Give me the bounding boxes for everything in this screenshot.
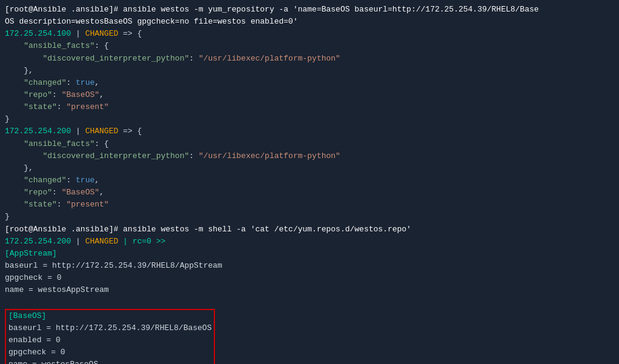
key-6: "ansible_facts"	[24, 139, 94, 148]
line-17: }	[5, 211, 614, 223]
ip-3: 172.25.254.200	[5, 237, 71, 246]
line-5: },	[5, 65, 614, 77]
line-22: gpgcheck = 0	[5, 272, 614, 284]
line-20: [AppStream]	[5, 248, 614, 260]
sep-1: |	[71, 29, 85, 38]
line-24	[5, 296, 614, 308]
val-7: "BaseOS"	[62, 188, 99, 197]
cmd-1b: OS description=westosBaseOS gpgcheck=no …	[5, 17, 298, 26]
changed-3: CHANGED	[85, 237, 119, 246]
line-13: },	[5, 162, 614, 174]
line-19: 172.25.254.200 | CHANGED | rc=0 >>	[5, 236, 614, 248]
key-9: "repo"	[24, 188, 52, 197]
line-26: baseurl = http://172.25.254.39/RHEL8/Bas…	[8, 322, 211, 334]
line-4: "discovered_interpreter_python": "/usr/l…	[5, 53, 614, 65]
line-18: [root@Ansible .ansible]# ansible westos …	[5, 223, 614, 236]
changed-2: CHANGED	[85, 127, 119, 136]
line-7: "repo": "BaseOS",	[5, 89, 614, 101]
config-gpgcheck-2: gpgcheck = 0	[8, 348, 65, 357]
config-gpgcheck-1: gpgcheck = 0	[5, 273, 62, 282]
config-baseurl-1: baseurl = http://172.25.254.39/RHEL8/App…	[5, 261, 222, 270]
line-29: name = westosBaseOS	[8, 359, 211, 364]
config-enabled: enabled = 0	[8, 336, 61, 345]
val-8: "present"	[66, 200, 108, 209]
key-7: "discovered_interpreter_python"	[42, 151, 189, 160]
val-6: true	[76, 176, 94, 185]
arrow-1: => {	[118, 29, 142, 38]
section-baseos: [BaseOS]	[8, 311, 46, 320]
section-appstream-1: [AppStream]	[5, 249, 57, 258]
rc-1: | rc=0 >>	[118, 237, 165, 246]
key-1: "ansible_facts"	[24, 41, 94, 50]
prompt-2: [root@Ansible .ansible]#	[5, 225, 123, 234]
line-9: }	[5, 113, 614, 125]
val-1: "/usr/libexec/platform-python"	[199, 54, 340, 63]
config-name-1: name = westosAppStream	[5, 285, 109, 294]
line-3: "ansible_facts": {	[5, 40, 614, 52]
ip-1: 172.25.254.100	[5, 29, 71, 38]
line-25: [BaseOS]	[8, 310, 211, 322]
cmd-1: ansible westos -m yum_repository -a 'nam…	[123, 5, 539, 14]
line-28: gpgcheck = 0	[8, 346, 211, 359]
line-16: "state": "present"	[5, 199, 614, 211]
red-box: [BaseOS] baseurl = http://172.25.254.39/…	[5, 309, 215, 364]
key-3: "changed"	[24, 78, 66, 87]
config-name-2: name = westosBaseOS	[8, 360, 98, 364]
ip-2: 172.25.254.200	[5, 127, 71, 136]
line-10: 172.25.254.200 | CHANGED => {	[5, 125, 614, 137]
key-4: "repo"	[24, 90, 52, 99]
prompt-1: [root@Ansible .ansible]#	[5, 5, 123, 14]
line-2: 172.25.254.100 | CHANGED => {	[5, 28, 614, 40]
val-2: true	[76, 78, 94, 87]
val-5: "/usr/libexec/platform-python"	[199, 151, 340, 160]
arrow-2: => {	[118, 127, 142, 136]
key-10: "state"	[24, 200, 57, 209]
key-2: "discovered_interpreter_python"	[42, 54, 189, 63]
line-1b: OS description=westosBaseOS gpgcheck=no …	[5, 16, 614, 28]
line-23: name = westosAppStream	[5, 284, 614, 296]
key-5: "state"	[24, 102, 57, 111]
line-8: "state": "present"	[5, 101, 614, 113]
val-3: "BaseOS"	[62, 90, 99, 99]
line-27: enabled = 0	[8, 334, 211, 346]
sep-3: |	[71, 237, 85, 246]
line-1: [root@Ansible .ansible]# ansible westos …	[5, 4, 614, 16]
terminal: [root@Ansible .ansible]# ansible westos …	[0, 0, 619, 364]
sep-2: |	[71, 127, 85, 136]
line-6: "changed": true,	[5, 77, 614, 89]
changed-1: CHANGED	[85, 29, 119, 38]
val-4: "present"	[66, 102, 108, 111]
key-8: "changed"	[24, 176, 66, 185]
config-baseurl-2: baseurl = http://172.25.254.39/RHEL8/Bas…	[8, 323, 211, 333]
line-21: baseurl = http://172.25.254.39/RHEL8/App…	[5, 260, 614, 272]
cmd-2: ansible westos -m shell -a 'cat /etc/yum…	[123, 225, 411, 234]
line-12: "discovered_interpreter_python": "/usr/l…	[5, 150, 614, 162]
line-15: "repo": "BaseOS",	[5, 187, 614, 199]
line-14: "changed": true,	[5, 174, 614, 187]
line-11: "ansible_facts": {	[5, 138, 614, 150]
